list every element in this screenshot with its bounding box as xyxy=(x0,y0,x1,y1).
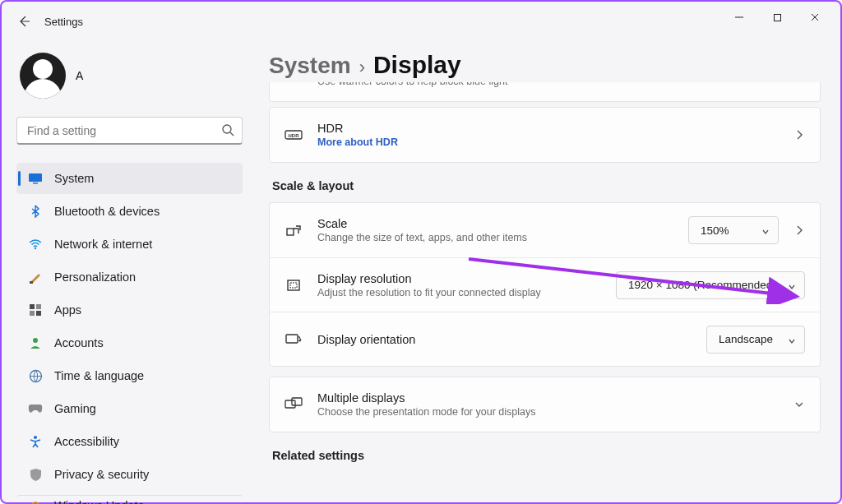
moon-icon xyxy=(285,82,303,83)
svg-rect-20 xyxy=(288,280,299,290)
bluetooth-icon xyxy=(28,204,43,219)
svg-point-8 xyxy=(35,247,36,249)
breadcrumb-child: Display xyxy=(373,51,461,79)
chevron-down-icon xyxy=(761,226,770,234)
content-scroll[interactable]: Use warmer colors to help block blue lig… xyxy=(269,82,821,502)
dropdown-value: Landscape xyxy=(719,333,773,345)
chevron-right-icon xyxy=(793,224,805,236)
chevron-right-icon xyxy=(793,129,805,141)
person-icon xyxy=(28,335,43,350)
back-button[interactable] xyxy=(16,14,31,29)
nav-label: Privacy & security xyxy=(54,468,149,481)
setting-row-scale[interactable]: Scale Change the size of text, apps, and… xyxy=(270,203,820,257)
update-icon xyxy=(28,499,43,504)
nav-item-accounts[interactable]: Accounts xyxy=(16,327,243,358)
profile[interactable]: A xyxy=(16,48,243,110)
breadcrumb-parent[interactable]: System xyxy=(269,53,351,79)
nav-item-gaming[interactable]: Gaming xyxy=(16,393,243,424)
monitor-icon xyxy=(28,171,43,186)
close-button[interactable] xyxy=(796,5,834,30)
apps-icon xyxy=(28,303,43,317)
row-link[interactable]: More about HDR xyxy=(317,136,779,148)
svg-text:HDR: HDR xyxy=(289,133,300,138)
setting-row-resolution[interactable]: Display resolution Adjust the resolution… xyxy=(270,257,820,312)
profile-name: A xyxy=(76,69,83,82)
nav-label: Personalization xyxy=(54,270,136,284)
breadcrumb: System › Display xyxy=(269,51,821,79)
setting-row-nightlight-partial[interactable]: Use warmer colors to help block blue lig… xyxy=(269,82,821,102)
nav-label: Apps xyxy=(54,303,81,317)
row-title: Display orientation xyxy=(317,333,692,346)
app-title: Settings xyxy=(44,16,83,28)
chevron-down-icon xyxy=(793,399,805,410)
nav-label: Bluetooth & devices xyxy=(54,205,160,218)
orientation-dropdown[interactable]: Landscape xyxy=(706,326,805,354)
svg-rect-19 xyxy=(287,229,294,235)
svg-line-5 xyxy=(230,132,234,136)
search-input[interactable] xyxy=(16,117,243,145)
header: Settings xyxy=(2,2,840,41)
svg-rect-10 xyxy=(30,304,35,309)
multiple-displays-icon xyxy=(285,395,303,414)
nav-label: Accessibility xyxy=(54,435,119,448)
accessibility-icon xyxy=(28,434,43,449)
svg-rect-21 xyxy=(290,283,297,288)
dropdown-value: 1920 × 1080 (Recommended) xyxy=(628,279,776,291)
minimize-button[interactable] xyxy=(720,5,758,30)
setting-row-orientation[interactable]: Display orientation Landscape xyxy=(270,312,820,366)
nav-item-time[interactable]: Time & language xyxy=(16,360,243,391)
nav-item-system[interactable]: System xyxy=(16,163,243,194)
row-sub: Change the size of text, apps, and other… xyxy=(317,232,673,243)
svg-point-16 xyxy=(34,436,37,439)
row-sub: Adjust the resolution to fit your connec… xyxy=(317,287,601,298)
section-related: Related settings xyxy=(272,449,821,462)
dropdown-value: 150% xyxy=(701,224,729,237)
svg-rect-12 xyxy=(30,311,35,316)
svg-rect-6 xyxy=(29,173,42,182)
row-title: Multiple displays xyxy=(317,391,779,405)
scale-icon xyxy=(285,221,303,239)
section-scale-layout: Scale & layout xyxy=(272,179,821,192)
resolution-dropdown[interactable]: 1920 × 1080 (Recommended) xyxy=(616,271,805,299)
nav-item-accessibility[interactable]: Accessibility xyxy=(16,426,243,457)
nav-label: Accounts xyxy=(54,336,104,349)
svg-point-4 xyxy=(223,125,231,133)
row-title: Display resolution xyxy=(317,272,601,285)
nav-item-update[interactable]: Windows Update xyxy=(16,495,243,504)
chevron-right-icon: › xyxy=(359,57,365,78)
wifi-icon xyxy=(28,237,43,252)
settings-window: Settings A System xyxy=(0,0,842,504)
nav-list: System Bluetooth & devices Network & int… xyxy=(16,163,243,504)
maximize-button[interactable] xyxy=(758,5,796,30)
avatar xyxy=(20,53,66,99)
chevron-down-icon xyxy=(788,281,796,289)
setting-row-multiple-displays[interactable]: Multiple displays Choose the presentatio… xyxy=(269,377,821,432)
svg-rect-23 xyxy=(285,400,295,408)
sidebar: A System Blueto xyxy=(2,41,252,502)
nav-item-privacy[interactable]: Privacy & security xyxy=(16,459,243,490)
setting-row-hdr[interactable]: HDR HDR More about HDR xyxy=(269,107,821,163)
svg-point-14 xyxy=(33,338,38,343)
nav-item-network[interactable]: Network & internet xyxy=(16,229,243,260)
gamepad-icon xyxy=(28,401,43,416)
nav-label: Network & internet xyxy=(54,238,152,251)
row-sub: Choose the presentation mode for your di… xyxy=(317,406,779,418)
svg-rect-9 xyxy=(30,281,33,284)
svg-rect-22 xyxy=(286,335,298,343)
nav-label: Gaming xyxy=(54,402,96,415)
search-icon xyxy=(221,123,234,136)
nav-label: Time & language xyxy=(54,369,144,382)
nav-item-apps[interactable]: Apps xyxy=(16,294,243,326)
main: System › Display Use warmer colors to he… xyxy=(252,41,840,502)
chevron-down-icon xyxy=(788,335,796,344)
row-title: HDR xyxy=(317,122,779,135)
svg-rect-11 xyxy=(36,304,41,309)
row-title: Scale xyxy=(317,217,673,230)
hdr-icon: HDR xyxy=(285,126,303,144)
nav-item-bluetooth[interactable]: Bluetooth & devices xyxy=(16,196,243,227)
nav-item-personalization[interactable]: Personalization xyxy=(16,261,243,293)
brush-icon xyxy=(28,270,43,284)
svg-rect-7 xyxy=(33,183,38,184)
nav-label: System xyxy=(54,172,94,185)
scale-dropdown[interactable]: 150% xyxy=(688,216,779,244)
